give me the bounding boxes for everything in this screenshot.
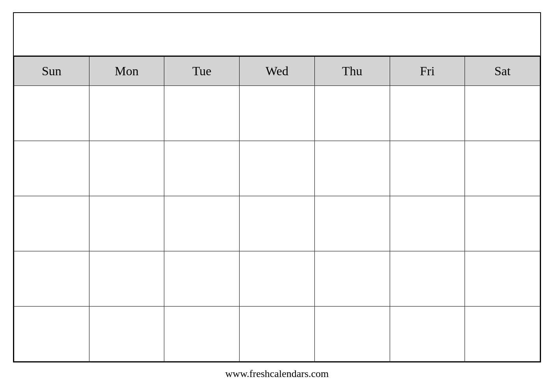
calendar-cell[interactable]: [89, 86, 164, 141]
calendar-cell[interactable]: [390, 307, 465, 362]
calendar-cell[interactable]: [240, 196, 315, 251]
calendar-row: [14, 86, 540, 141]
calendar-cell[interactable]: [390, 86, 465, 141]
header-wed: Wed: [240, 57, 315, 86]
calendar-cell[interactable]: [89, 141, 164, 196]
footer-url: www.freshcalendars.com: [13, 368, 541, 380]
calendar-cell[interactable]: [164, 86, 240, 141]
calendar-cell[interactable]: [465, 251, 540, 307]
calendar-cell[interactable]: [164, 196, 240, 251]
calendar-cell[interactable]: [314, 196, 390, 251]
calendar-cell[interactable]: [14, 251, 89, 307]
header-fri: Fri: [390, 57, 465, 86]
calendar-cell[interactable]: [164, 251, 240, 307]
header-mon: Mon: [89, 57, 164, 86]
calendar-cell[interactable]: [240, 251, 315, 307]
calendar-grid: Sun Mon Tue Wed Thu Fri Sat: [14, 56, 540, 362]
calendar-cell[interactable]: [314, 251, 390, 307]
header-sat: Sat: [465, 57, 540, 86]
calendar-cell[interactable]: [240, 86, 315, 141]
calendar-row: [14, 307, 540, 362]
calendar-cell[interactable]: [314, 141, 390, 196]
calendar-row: [14, 196, 540, 251]
calendar-cell[interactable]: [164, 307, 240, 362]
calendar-body: [14, 86, 540, 362]
calendar-cell[interactable]: [240, 307, 315, 362]
title-area: [14, 13, 540, 56]
calendar-cell[interactable]: [14, 86, 89, 141]
header-thu: Thu: [314, 57, 390, 86]
calendar-cell[interactable]: [390, 251, 465, 307]
header-sun: Sun: [14, 57, 89, 86]
calendar-cell[interactable]: [390, 196, 465, 251]
calendar-cell[interactable]: [14, 307, 89, 362]
calendar-outer: Sun Mon Tue Wed Thu Fri Sat: [13, 12, 541, 362]
calendar-wrapper: Sun Mon Tue Wed Thu Fri Sat www.freshcal…: [13, 12, 541, 380]
calendar-row: [14, 251, 540, 307]
header-tue: Tue: [164, 57, 240, 86]
calendar-cell[interactable]: [314, 307, 390, 362]
day-header-row: Sun Mon Tue Wed Thu Fri Sat: [14, 57, 540, 86]
calendar-cell[interactable]: [14, 196, 89, 251]
calendar-cell[interactable]: [89, 196, 164, 251]
calendar-row: [14, 141, 540, 196]
calendar-cell[interactable]: [14, 141, 89, 196]
calendar-cell[interactable]: [465, 307, 540, 362]
calendar-cell[interactable]: [314, 86, 390, 141]
calendar-cell[interactable]: [465, 141, 540, 196]
calendar-cell[interactable]: [164, 141, 240, 196]
calendar-cell[interactable]: [465, 86, 540, 141]
calendar-cell[interactable]: [240, 141, 315, 196]
calendar-cell[interactable]: [465, 196, 540, 251]
calendar-cell[interactable]: [89, 251, 164, 307]
calendar-cell[interactable]: [390, 141, 465, 196]
calendar-cell[interactable]: [89, 307, 164, 362]
